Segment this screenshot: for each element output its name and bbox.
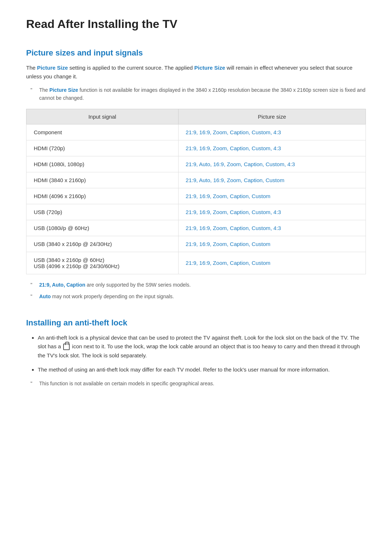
table-cell-picture-size: 21:9, 16:9, Zoom, Caption, Custom, 4:3 — [178, 124, 366, 140]
picture-size-link-2: Picture Size — [194, 65, 225, 71]
anti-theft-bullet-2: The method of using an anti-theft lock m… — [38, 365, 366, 374]
table-cell-picture-size: 21:9, 16:9, Zoom, Caption, Custom, 4:3 — [178, 140, 366, 156]
table-cell-input: USB (3840 x 2160p @ 24/30Hz) — [26, 236, 179, 252]
table-cell-input: HDMI (3840 x 2160p) — [26, 172, 179, 188]
footnote-2: Auto may not work properly depending on … — [26, 292, 366, 300]
table-cell-picture-size: 21:9, 16:9, Zoom, Caption, Custom — [178, 236, 366, 252]
table-cell-input: HDMI (720p) — [26, 140, 179, 156]
table-row: USB (3840 x 2160p @ 60Hz)USB (4096 x 216… — [26, 252, 366, 274]
picture-sizes-note: The Picture Size function is not availab… — [26, 86, 366, 102]
anti-theft-list: An anti-theft lock is a physical device … — [26, 333, 366, 374]
picture-sizes-heading: Picture sizes and input signals — [26, 48, 366, 58]
picture-size-link-3: Picture Size — [49, 87, 78, 93]
table-row: HDMI (3840 x 2160p)21:9, Auto, 16:9, Zoo… — [26, 172, 366, 188]
anti-theft-heading: Installing an anti-theft lock — [26, 318, 366, 328]
table-row: Component21:9, 16:9, Zoom, Caption, Cust… — [26, 124, 366, 140]
table-cell-input: HDMI (1080i, 1080p) — [26, 156, 179, 172]
picture-sizes-intro: The Picture Size setting is applied to t… — [26, 63, 366, 81]
table-row: USB (720p)21:9, 16:9, Zoom, Caption, Cus… — [26, 204, 366, 220]
page-title: Read After Installing the TV — [26, 17, 366, 31]
footnote-1-highlights: 21:9, Auto, Caption — [39, 282, 85, 288]
table-col-picture-size: Picture size — [178, 109, 366, 124]
lock-icon — [63, 344, 70, 350]
anti-theft-bullet-1: An anti-theft lock is a physical device … — [38, 333, 366, 360]
table-col-input: Input signal — [26, 109, 179, 124]
table-cell-picture-size: 21:9, 16:9, Zoom, Caption, Custom, 4:3 — [178, 220, 366, 236]
table-cell-picture-size: 21:9, 16:9, Zoom, Caption, Custom — [178, 252, 366, 274]
table-cell-picture-size: 21:9, Auto, 16:9, Zoom, Caption, Custom — [178, 172, 366, 188]
table-cell-picture-size: 21:9, 16:9, Zoom, Caption, Custom, 4:3 — [178, 204, 366, 220]
picture-sizes-section: Picture sizes and input signals The Pict… — [26, 48, 366, 301]
table-cell-picture-size: 21:9, Auto, 16:9, Zoom, Caption, Custom,… — [178, 156, 366, 172]
table-cell-input: USB (3840 x 2160p @ 60Hz)USB (4096 x 216… — [26, 252, 179, 274]
input-signal-table: Input signal Picture size Component21:9,… — [26, 109, 366, 274]
table-row: USB (3840 x 2160p @ 24/30Hz)21:9, 16:9, … — [26, 236, 366, 252]
picture-size-link-1: Picture Size — [37, 65, 68, 71]
table-cell-input: USB (1080i/p @ 60Hz) — [26, 220, 179, 236]
table-row: HDMI (1080i, 1080p)21:9, Auto, 16:9, Zoo… — [26, 156, 366, 172]
footnote-1: 21:9, Auto, Caption are only supported b… — [26, 281, 366, 289]
anti-theft-section: Installing an anti-theft lock An anti-th… — [26, 318, 366, 387]
table-cell-picture-size: 21:9, 16:9, Zoom, Caption, Custom — [178, 188, 366, 204]
table-cell-input: Component — [26, 124, 179, 140]
table-cell-input: USB (720p) — [26, 204, 179, 220]
table-cell-input: HDMI (4096 x 2160p) — [26, 188, 179, 204]
footnote-2-highlight: Auto — [39, 294, 51, 299]
table-row: HDMI (4096 x 2160p)21:9, 16:9, Zoom, Cap… — [26, 188, 366, 204]
table-row: HDMI (720p)21:9, 16:9, Zoom, Caption, Cu… — [26, 140, 366, 156]
table-row: USB (1080i/p @ 60Hz)21:9, 16:9, Zoom, Ca… — [26, 220, 366, 236]
anti-theft-note: This function is not available on certai… — [26, 379, 366, 387]
